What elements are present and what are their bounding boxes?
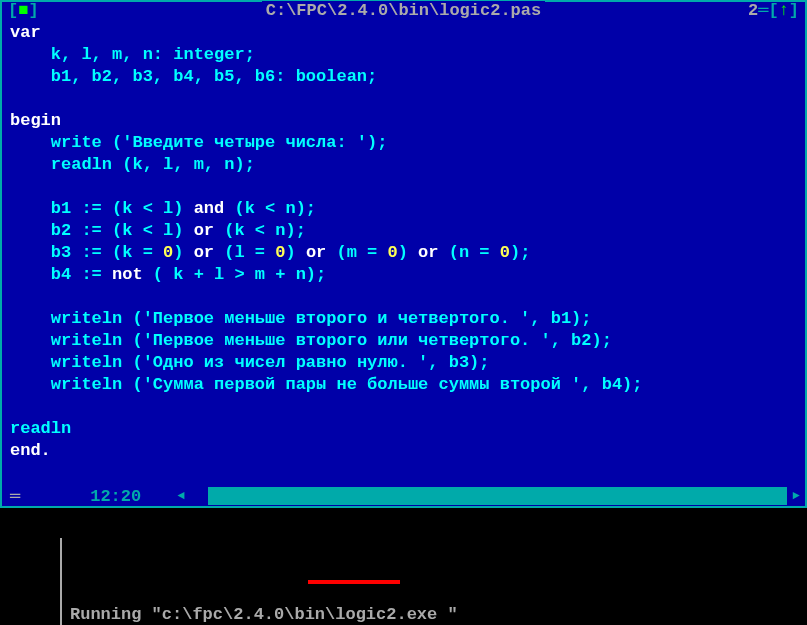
close-button[interactable]: [■] bbox=[8, 1, 39, 20]
horizontal-scrollbar[interactable]: ◄ ► bbox=[172, 487, 805, 505]
file-path: C:\FPC\2.4.0\bin\logic2.pas bbox=[262, 1, 545, 20]
title-bar: [■] C:\FPC\2.4.0\bin\logic2.pas 2═[↑] bbox=[2, 0, 805, 20]
scroll-left-icon[interactable]: ◄ bbox=[172, 487, 190, 505]
status-bar: ═ 12:20 ◄ ► bbox=[2, 486, 805, 506]
editor-window: [■] C:\FPC\2.4.0\bin\logic2.pas 2═[↑] va… bbox=[0, 0, 807, 508]
scroll-right-icon[interactable]: ► bbox=[787, 487, 805, 505]
scroll-thumb[interactable] bbox=[190, 487, 208, 505]
window-indicator: 2═[↑] bbox=[748, 1, 799, 20]
code-editor[interactable]: var k, l, m, n: integer; b1, b2, b3, b4,… bbox=[10, 22, 797, 482]
cursor-position: 12:20 bbox=[20, 487, 141, 506]
output-panel: Running "c:\fpc\2.4.0\bin\logic2.exe " В… bbox=[0, 508, 807, 625]
output-text: Running "c:\fpc\2.4.0\bin\logic2.exe " В… bbox=[60, 604, 807, 625]
red-underline bbox=[308, 580, 400, 584]
output-divider bbox=[60, 538, 62, 625]
